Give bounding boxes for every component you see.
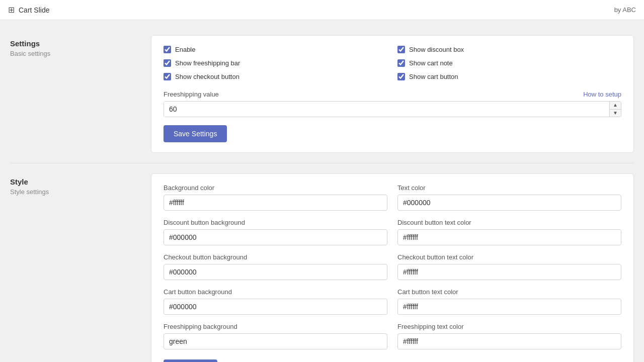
show-checkout-button-label: Show checkout button — [175, 73, 239, 80]
checkbox-show-cart-note[interactable]: Show cart note — [397, 59, 621, 67]
settings-card: Enable Show discount box Show freeshippi… — [151, 35, 634, 153]
settings-section: Settings Basic settings Enable Show disc… — [10, 35, 634, 153]
cart-btn-bg-label: Cart button background — [164, 288, 387, 296]
freeshipping-spinner: ▲ ▼ — [164, 101, 621, 117]
checkout-btn-text-input[interactable] — [397, 264, 621, 280]
show-discount-box-checkbox[interactable] — [397, 46, 405, 53]
freeshipping-bg-label: Freeshipping background — [164, 323, 387, 330]
show-freeshipping-bar-checkbox[interactable] — [164, 59, 171, 67]
how-to-setup-link[interactable]: How to setup — [583, 90, 621, 98]
discount-btn-text-field: Discount button text color — [397, 219, 621, 245]
discount-btn-bg-field: Discount button background — [164, 219, 387, 245]
freeshipping-bg-input[interactable] — [164, 333, 387, 349]
show-cart-note-label: Show cart note — [409, 59, 453, 67]
style-label: Style Style settings — [10, 173, 141, 362]
show-discount-box-label: Show discount box — [409, 46, 464, 53]
settings-title: Settings — [10, 39, 141, 48]
freeshipping-value-label: Freeshipping value — [164, 90, 219, 98]
background-color-label: Background color — [164, 184, 387, 192]
color-grid: Background color Text color Discount but… — [164, 184, 621, 349]
main-content: Settings Basic settings Enable Show disc… — [0, 20, 644, 362]
checkbox-show-freeshipping-bar[interactable]: Show freeshipping bar — [164, 59, 387, 67]
show-checkout-button-checkbox[interactable] — [164, 73, 171, 80]
show-cart-button-label: Show cart button — [409, 73, 458, 80]
background-color-input[interactable] — [164, 195, 387, 211]
spinner-down-button[interactable]: ▼ — [610, 110, 621, 117]
cart-btn-bg-field: Cart button background — [164, 288, 387, 315]
enable-label: Enable — [175, 46, 195, 53]
checkout-btn-bg-label: Checkout button background — [164, 253, 387, 261]
save-settings-button[interactable]: Save Settings — [164, 125, 227, 142]
spinner-buttons: ▲ ▼ — [609, 102, 621, 117]
enable-checkbox[interactable] — [164, 46, 171, 53]
header-left: ⊞ Cart Slide — [8, 5, 49, 15]
settings-subtitle: Basic settings — [10, 50, 141, 57]
text-color-input[interactable] — [397, 195, 621, 211]
cart-btn-text-input[interactable] — [397, 299, 621, 315]
checkout-btn-bg-input[interactable] — [164, 264, 387, 280]
freeshipping-value-field: Freeshipping value How to setup ▲ ▼ — [164, 90, 621, 117]
discount-btn-text-label: Discount button text color — [397, 219, 621, 226]
freeshipping-text-label: Freeshipping text color — [397, 323, 621, 330]
style-section: Style Style settings Background color Te… — [10, 173, 634, 362]
discount-btn-text-input[interactable] — [397, 229, 621, 245]
text-color-field: Text color — [397, 184, 621, 211]
checkbox-show-cart-button[interactable]: Show cart button — [397, 73, 621, 80]
show-cart-button-checkbox[interactable] — [397, 73, 405, 80]
cart-btn-text-label: Cart button text color — [397, 288, 621, 296]
app-icon: ⊞ — [8, 5, 15, 15]
settings-label: Settings Basic settings — [10, 35, 141, 153]
checkbox-show-checkout-button[interactable]: Show checkout button — [164, 73, 387, 80]
checkout-btn-text-label: Checkout button text color — [397, 253, 621, 261]
app-title: Cart Slide — [19, 6, 49, 14]
show-freeshipping-bar-label: Show freeshipping bar — [175, 59, 240, 67]
cart-btn-text-field: Cart button text color — [397, 288, 621, 315]
cart-btn-bg-input[interactable] — [164, 299, 387, 315]
style-title: Style — [10, 177, 141, 186]
discount-btn-bg-label: Discount button background — [164, 219, 387, 226]
freeshipping-input[interactable] — [164, 102, 609, 117]
save-style-button[interactable]: Save Style — [164, 359, 217, 362]
field-header: Freeshipping value How to setup — [164, 90, 621, 98]
discount-btn-bg-input[interactable] — [164, 229, 387, 245]
show-cart-note-checkbox[interactable] — [397, 59, 405, 67]
background-color-field: Background color — [164, 184, 387, 211]
freeshipping-bg-field: Freeshipping background — [164, 323, 387, 349]
checkbox-enable[interactable]: Enable — [164, 46, 387, 53]
section-divider — [10, 163, 634, 163]
header-by: by ABC — [614, 6, 636, 14]
spinner-up-button[interactable]: ▲ — [610, 102, 621, 110]
freeshipping-text-field: Freeshipping text color — [397, 323, 621, 349]
app-header: ⊞ Cart Slide by ABC — [0, 0, 644, 20]
checkout-btn-text-field: Checkout button text color — [397, 253, 621, 280]
checkout-btn-bg-field: Checkout button background — [164, 253, 387, 280]
text-color-label: Text color — [397, 184, 621, 192]
style-card: Background color Text color Discount but… — [151, 173, 634, 362]
freeshipping-text-input[interactable] — [397, 333, 621, 349]
checkbox-show-discount-box[interactable]: Show discount box — [397, 46, 621, 53]
checkbox-grid: Enable Show discount box Show freeshippi… — [164, 46, 621, 80]
style-subtitle: Style settings — [10, 188, 141, 196]
